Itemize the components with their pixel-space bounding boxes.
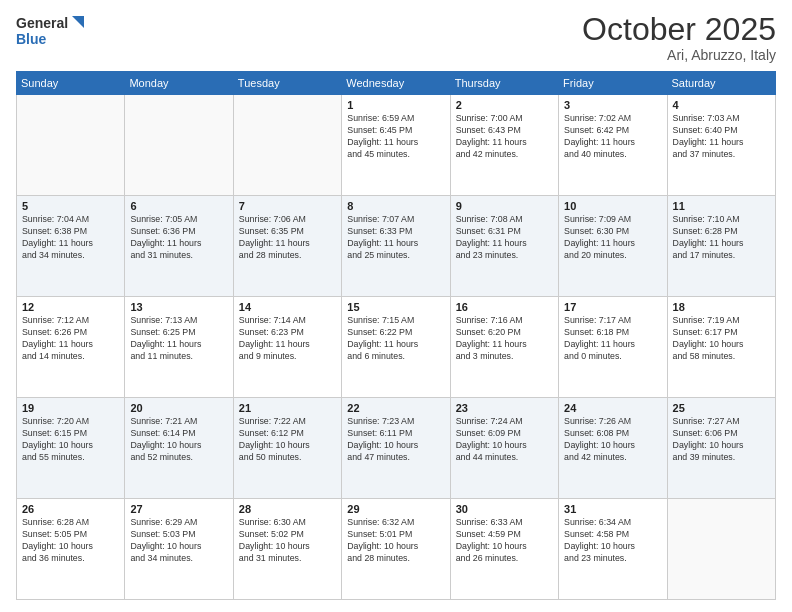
day-number: 29 — [347, 503, 444, 515]
day-info: Sunrise: 7:06 AM Sunset: 6:35 PM Dayligh… — [239, 214, 336, 262]
table-row: 21Sunrise: 7:22 AM Sunset: 6:12 PM Dayli… — [233, 398, 341, 499]
svg-text:General: General — [16, 15, 68, 31]
day-info: Sunrise: 7:19 AM Sunset: 6:17 PM Dayligh… — [673, 315, 770, 363]
table-row — [667, 499, 775, 600]
day-number: 17 — [564, 301, 661, 313]
day-number: 16 — [456, 301, 553, 313]
table-row: 10Sunrise: 7:09 AM Sunset: 6:30 PM Dayli… — [559, 196, 667, 297]
table-row: 17Sunrise: 7:17 AM Sunset: 6:18 PM Dayli… — [559, 297, 667, 398]
header-friday: Friday — [559, 72, 667, 95]
calendar-week-row: 26Sunrise: 6:28 AM Sunset: 5:05 PM Dayli… — [17, 499, 776, 600]
day-info: Sunrise: 6:32 AM Sunset: 5:01 PM Dayligh… — [347, 517, 444, 565]
day-info: Sunrise: 6:34 AM Sunset: 4:58 PM Dayligh… — [564, 517, 661, 565]
day-number: 3 — [564, 99, 661, 111]
logo-svg: General Blue — [16, 12, 86, 48]
table-row: 16Sunrise: 7:16 AM Sunset: 6:20 PM Dayli… — [450, 297, 558, 398]
day-info: Sunrise: 6:30 AM Sunset: 5:02 PM Dayligh… — [239, 517, 336, 565]
header: General Blue October 2025 Ari, Abruzzo, … — [16, 12, 776, 63]
day-number: 4 — [673, 99, 770, 111]
day-info: Sunrise: 7:13 AM Sunset: 6:25 PM Dayligh… — [130, 315, 227, 363]
day-info: Sunrise: 7:10 AM Sunset: 6:28 PM Dayligh… — [673, 214, 770, 262]
day-info: Sunrise: 6:28 AM Sunset: 5:05 PM Dayligh… — [22, 517, 119, 565]
day-info: Sunrise: 7:17 AM Sunset: 6:18 PM Dayligh… — [564, 315, 661, 363]
table-row: 31Sunrise: 6:34 AM Sunset: 4:58 PM Dayli… — [559, 499, 667, 600]
day-info: Sunrise: 6:29 AM Sunset: 5:03 PM Dayligh… — [130, 517, 227, 565]
header-sunday: Sunday — [17, 72, 125, 95]
day-number: 27 — [130, 503, 227, 515]
svg-marker-1 — [72, 16, 84, 28]
day-number: 18 — [673, 301, 770, 313]
day-info: Sunrise: 7:12 AM Sunset: 6:26 PM Dayligh… — [22, 315, 119, 363]
day-number: 9 — [456, 200, 553, 212]
day-info: Sunrise: 7:22 AM Sunset: 6:12 PM Dayligh… — [239, 416, 336, 464]
day-info: Sunrise: 7:26 AM Sunset: 6:08 PM Dayligh… — [564, 416, 661, 464]
day-number: 5 — [22, 200, 119, 212]
table-row: 11Sunrise: 7:10 AM Sunset: 6:28 PM Dayli… — [667, 196, 775, 297]
day-info: Sunrise: 7:21 AM Sunset: 6:14 PM Dayligh… — [130, 416, 227, 464]
day-number: 11 — [673, 200, 770, 212]
table-row: 22Sunrise: 7:23 AM Sunset: 6:11 PM Dayli… — [342, 398, 450, 499]
table-row: 25Sunrise: 7:27 AM Sunset: 6:06 PM Dayli… — [667, 398, 775, 499]
day-info: Sunrise: 7:23 AM Sunset: 6:11 PM Dayligh… — [347, 416, 444, 464]
calendar-header-row: Sunday Monday Tuesday Wednesday Thursday… — [17, 72, 776, 95]
day-number: 25 — [673, 402, 770, 414]
calendar-week-row: 5Sunrise: 7:04 AM Sunset: 6:38 PM Daylig… — [17, 196, 776, 297]
day-number: 13 — [130, 301, 227, 313]
table-row: 29Sunrise: 6:32 AM Sunset: 5:01 PM Dayli… — [342, 499, 450, 600]
calendar-week-row: 19Sunrise: 7:20 AM Sunset: 6:15 PM Dayli… — [17, 398, 776, 499]
day-number: 30 — [456, 503, 553, 515]
table-row: 2Sunrise: 7:00 AM Sunset: 6:43 PM Daylig… — [450, 95, 558, 196]
day-number: 14 — [239, 301, 336, 313]
table-row: 28Sunrise: 6:30 AM Sunset: 5:02 PM Dayli… — [233, 499, 341, 600]
day-info: Sunrise: 6:33 AM Sunset: 4:59 PM Dayligh… — [456, 517, 553, 565]
table-row — [233, 95, 341, 196]
day-number: 1 — [347, 99, 444, 111]
calendar-week-row: 12Sunrise: 7:12 AM Sunset: 6:26 PM Dayli… — [17, 297, 776, 398]
calendar-table: Sunday Monday Tuesday Wednesday Thursday… — [16, 71, 776, 600]
day-info: Sunrise: 7:16 AM Sunset: 6:20 PM Dayligh… — [456, 315, 553, 363]
table-row — [17, 95, 125, 196]
day-number: 7 — [239, 200, 336, 212]
day-info: Sunrise: 7:02 AM Sunset: 6:42 PM Dayligh… — [564, 113, 661, 161]
day-number: 19 — [22, 402, 119, 414]
table-row: 18Sunrise: 7:19 AM Sunset: 6:17 PM Dayli… — [667, 297, 775, 398]
header-saturday: Saturday — [667, 72, 775, 95]
table-row: 19Sunrise: 7:20 AM Sunset: 6:15 PM Dayli… — [17, 398, 125, 499]
day-number: 15 — [347, 301, 444, 313]
day-info: Sunrise: 7:14 AM Sunset: 6:23 PM Dayligh… — [239, 315, 336, 363]
table-row: 6Sunrise: 7:05 AM Sunset: 6:36 PM Daylig… — [125, 196, 233, 297]
table-row: 12Sunrise: 7:12 AM Sunset: 6:26 PM Dayli… — [17, 297, 125, 398]
day-info: Sunrise: 7:20 AM Sunset: 6:15 PM Dayligh… — [22, 416, 119, 464]
table-row — [125, 95, 233, 196]
day-number: 21 — [239, 402, 336, 414]
logo: General Blue — [16, 12, 86, 48]
table-row: 7Sunrise: 7:06 AM Sunset: 6:35 PM Daylig… — [233, 196, 341, 297]
table-row: 4Sunrise: 7:03 AM Sunset: 6:40 PM Daylig… — [667, 95, 775, 196]
day-number: 31 — [564, 503, 661, 515]
title-block: October 2025 Ari, Abruzzo, Italy — [582, 12, 776, 63]
header-thursday: Thursday — [450, 72, 558, 95]
day-number: 2 — [456, 99, 553, 111]
day-number: 23 — [456, 402, 553, 414]
day-info: Sunrise: 7:15 AM Sunset: 6:22 PM Dayligh… — [347, 315, 444, 363]
day-number: 26 — [22, 503, 119, 515]
day-number: 10 — [564, 200, 661, 212]
table-row: 27Sunrise: 6:29 AM Sunset: 5:03 PM Dayli… — [125, 499, 233, 600]
day-number: 12 — [22, 301, 119, 313]
day-info: Sunrise: 7:09 AM Sunset: 6:30 PM Dayligh… — [564, 214, 661, 262]
table-row: 23Sunrise: 7:24 AM Sunset: 6:09 PM Dayli… — [450, 398, 558, 499]
day-info: Sunrise: 7:24 AM Sunset: 6:09 PM Dayligh… — [456, 416, 553, 464]
day-number: 20 — [130, 402, 227, 414]
day-info: Sunrise: 6:59 AM Sunset: 6:45 PM Dayligh… — [347, 113, 444, 161]
table-row: 8Sunrise: 7:07 AM Sunset: 6:33 PM Daylig… — [342, 196, 450, 297]
table-row: 20Sunrise: 7:21 AM Sunset: 6:14 PM Dayli… — [125, 398, 233, 499]
day-number: 24 — [564, 402, 661, 414]
day-info: Sunrise: 7:08 AM Sunset: 6:31 PM Dayligh… — [456, 214, 553, 262]
table-row: 13Sunrise: 7:13 AM Sunset: 6:25 PM Dayli… — [125, 297, 233, 398]
header-tuesday: Tuesday — [233, 72, 341, 95]
day-info: Sunrise: 7:04 AM Sunset: 6:38 PM Dayligh… — [22, 214, 119, 262]
table-row: 30Sunrise: 6:33 AM Sunset: 4:59 PM Dayli… — [450, 499, 558, 600]
month-title: October 2025 — [582, 12, 776, 47]
day-number: 8 — [347, 200, 444, 212]
day-number: 6 — [130, 200, 227, 212]
